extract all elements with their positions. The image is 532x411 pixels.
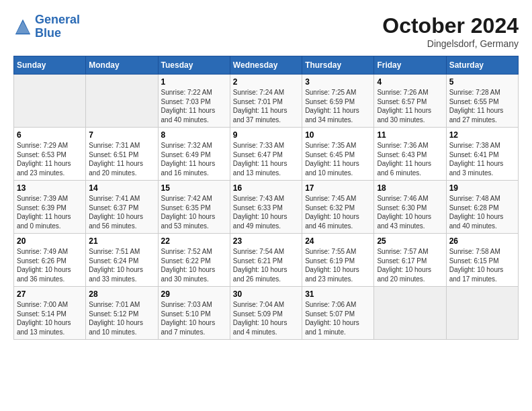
day-info: Sunrise: 7:46 AM Sunset: 6:30 PM Dayligh… [377,194,443,230]
day-number: 6 [17,130,83,140]
day-info: Sunrise: 7:03 AM Sunset: 5:10 PM Dayligh… [161,300,227,336]
day-number: 4 [377,77,443,87]
day-number: 28 [89,289,154,299]
calendar-cell: 31Sunrise: 7:06 AM Sunset: 5:07 PM Dayli… [302,287,374,340]
calendar-cell: 9Sunrise: 7:33 AM Sunset: 6:47 PM Daylig… [230,128,302,181]
weekday-header-thursday: Thursday [302,56,374,75]
calendar-cell: 7Sunrise: 7:31 AM Sunset: 6:51 PM Daylig… [86,128,158,181]
calendar-cell: 18Sunrise: 7:46 AM Sunset: 6:30 PM Dayli… [374,181,446,234]
day-info: Sunrise: 7:24 AM Sunset: 7:01 PM Dayligh… [233,88,299,124]
calendar-cell [374,287,446,340]
page-header: General Blue October 2024 Dingelsdorf, G… [13,13,519,49]
day-number: 3 [305,77,371,87]
calendar-cell: 16Sunrise: 7:43 AM Sunset: 6:33 PM Dayli… [230,181,302,234]
calendar-cell: 27Sunrise: 7:00 AM Sunset: 5:14 PM Dayli… [14,287,86,340]
logo-line1: General [35,13,80,26]
day-info: Sunrise: 7:54 AM Sunset: 6:21 PM Dayligh… [233,247,299,283]
day-info: Sunrise: 7:48 AM Sunset: 6:28 PM Dayligh… [449,194,515,230]
weekday-header-tuesday: Tuesday [158,56,230,75]
calendar-cell: 13Sunrise: 7:39 AM Sunset: 6:39 PM Dayli… [14,181,86,234]
calendar-cell: 22Sunrise: 7:52 AM Sunset: 6:22 PM Dayli… [158,234,230,287]
day-number: 31 [305,289,371,299]
day-info: Sunrise: 7:32 AM Sunset: 6:49 PM Dayligh… [161,141,227,177]
day-info: Sunrise: 7:51 AM Sunset: 6:24 PM Dayligh… [89,247,154,283]
calendar-cell: 25Sunrise: 7:57 AM Sunset: 6:17 PM Dayli… [374,234,446,287]
calendar-cell: 17Sunrise: 7:45 AM Sunset: 6:32 PM Dayli… [302,181,374,234]
day-info: Sunrise: 7:01 AM Sunset: 5:12 PM Dayligh… [89,300,154,336]
week-row-2: 6Sunrise: 7:29 AM Sunset: 6:53 PM Daylig… [14,128,519,181]
logo: General Blue [13,13,80,40]
day-number: 12 [449,130,515,140]
calendar-cell: 21Sunrise: 7:51 AM Sunset: 6:24 PM Dayli… [86,234,158,287]
day-number: 14 [89,183,154,193]
calendar-cell: 28Sunrise: 7:01 AM Sunset: 5:12 PM Dayli… [86,287,158,340]
calendar-cell: 30Sunrise: 7:04 AM Sunset: 5:09 PM Dayli… [230,287,302,340]
day-number: 16 [233,183,299,193]
day-info: Sunrise: 7:35 AM Sunset: 6:45 PM Dayligh… [305,141,371,177]
calendar-cell: 5Sunrise: 7:28 AM Sunset: 6:55 PM Daylig… [446,75,518,128]
calendar-cell: 24Sunrise: 7:55 AM Sunset: 6:19 PM Dayli… [302,234,374,287]
calendar-cell: 26Sunrise: 7:58 AM Sunset: 6:15 PM Dayli… [446,234,518,287]
day-info: Sunrise: 7:39 AM Sunset: 6:39 PM Dayligh… [17,194,83,230]
calendar-cell [14,75,86,128]
weekday-header-monday: Monday [86,56,158,75]
weekday-header-sunday: Sunday [14,56,86,75]
day-info: Sunrise: 7:52 AM Sunset: 6:22 PM Dayligh… [161,247,227,283]
calendar-cell: 23Sunrise: 7:54 AM Sunset: 6:21 PM Dayli… [230,234,302,287]
calendar-cell: 3Sunrise: 7:25 AM Sunset: 6:59 PM Daylig… [302,75,374,128]
day-info: Sunrise: 7:58 AM Sunset: 6:15 PM Dayligh… [449,247,515,283]
week-row-5: 27Sunrise: 7:00 AM Sunset: 5:14 PM Dayli… [14,287,519,340]
day-number: 7 [89,130,154,140]
week-row-1: 1Sunrise: 7:22 AM Sunset: 7:03 PM Daylig… [14,75,519,128]
day-number: 1 [161,77,227,87]
calendar-cell: 1Sunrise: 7:22 AM Sunset: 7:03 PM Daylig… [158,75,230,128]
calendar-cell: 19Sunrise: 7:48 AM Sunset: 6:28 PM Dayli… [446,181,518,234]
title-block: October 2024 Dingelsdorf, Germany [382,13,519,49]
day-number: 26 [449,236,515,246]
day-info: Sunrise: 7:28 AM Sunset: 6:55 PM Dayligh… [449,88,515,124]
day-info: Sunrise: 7:06 AM Sunset: 5:07 PM Dayligh… [305,300,371,336]
day-number: 24 [305,236,371,246]
day-info: Sunrise: 7:55 AM Sunset: 6:19 PM Dayligh… [305,247,371,283]
day-number: 22 [161,236,227,246]
weekday-header-friday: Friday [374,56,446,75]
logo-text: General Blue [35,13,80,40]
day-number: 20 [17,236,83,246]
month-title: October 2024 [382,13,519,38]
calendar-cell [446,287,518,340]
day-info: Sunrise: 7:00 AM Sunset: 5:14 PM Dayligh… [17,300,83,336]
day-number: 17 [305,183,371,193]
weekday-header-wednesday: Wednesday [230,56,302,75]
svg-marker-1 [16,21,30,33]
day-number: 29 [161,289,227,299]
day-number: 30 [233,289,299,299]
week-row-4: 20Sunrise: 7:49 AM Sunset: 6:26 PM Dayli… [14,234,519,287]
day-info: Sunrise: 7:42 AM Sunset: 6:35 PM Dayligh… [161,194,227,230]
calendar-cell: 11Sunrise: 7:36 AM Sunset: 6:43 PM Dayli… [374,128,446,181]
day-info: Sunrise: 7:38 AM Sunset: 6:41 PM Dayligh… [449,141,515,177]
day-number: 25 [377,236,443,246]
day-number: 18 [377,183,443,193]
day-number: 27 [17,289,83,299]
day-info: Sunrise: 7:43 AM Sunset: 6:33 PM Dayligh… [233,194,299,230]
calendar: SundayMondayTuesdayWednesdayThursdayFrid… [13,56,519,340]
logo-icon [13,17,32,36]
calendar-cell: 20Sunrise: 7:49 AM Sunset: 6:26 PM Dayli… [14,234,86,287]
day-info: Sunrise: 7:25 AM Sunset: 6:59 PM Dayligh… [305,88,371,124]
calendar-cell: 6Sunrise: 7:29 AM Sunset: 6:53 PM Daylig… [14,128,86,181]
day-number: 8 [161,130,227,140]
day-info: Sunrise: 7:04 AM Sunset: 5:09 PM Dayligh… [233,300,299,336]
day-number: 9 [233,130,299,140]
day-info: Sunrise: 7:33 AM Sunset: 6:47 PM Dayligh… [233,141,299,177]
calendar-cell: 14Sunrise: 7:41 AM Sunset: 6:37 PM Dayli… [86,181,158,234]
calendar-cell: 10Sunrise: 7:35 AM Sunset: 6:45 PM Dayli… [302,128,374,181]
day-number: 2 [233,77,299,87]
day-number: 13 [17,183,83,193]
day-info: Sunrise: 7:36 AM Sunset: 6:43 PM Dayligh… [377,141,443,177]
day-number: 21 [89,236,154,246]
calendar-cell: 12Sunrise: 7:38 AM Sunset: 6:41 PM Dayli… [446,128,518,181]
day-number: 23 [233,236,299,246]
day-number: 11 [377,130,443,140]
weekday-header-saturday: Saturday [446,56,518,75]
calendar-cell: 8Sunrise: 7:32 AM Sunset: 6:49 PM Daylig… [158,128,230,181]
